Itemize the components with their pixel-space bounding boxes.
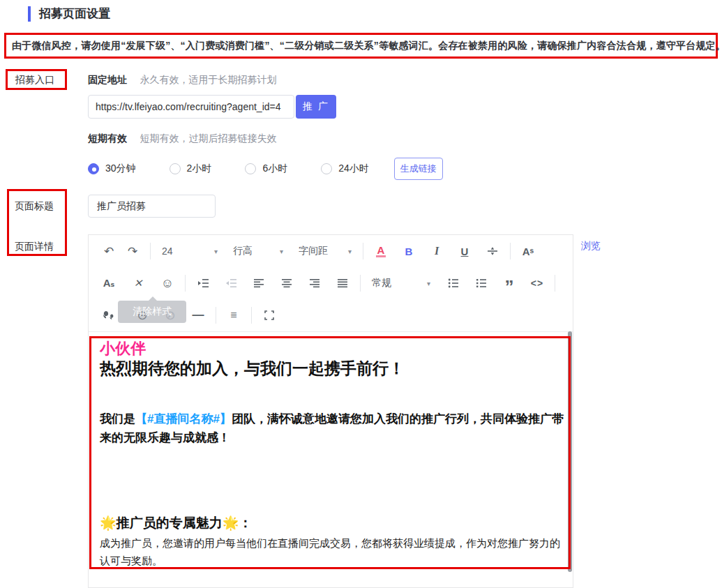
radio-6h[interactable]: 6小时 <box>245 163 287 175</box>
horizontal-rule-icon[interactable]: — <box>186 304 210 326</box>
ordered-list-icon[interactable] <box>469 272 493 294</box>
radio-dot[interactable] <box>321 163 332 174</box>
subscript-icon[interactable]: Aₛ <box>97 272 121 294</box>
align-justify-icon[interactable] <box>331 272 354 294</box>
content-paragraph-1: 我们是【#直播间名称#】团队，满怀诚意地邀请您加入我们的推广行列，共同体验推广带… <box>100 409 571 447</box>
toolbar-divider <box>251 307 252 324</box>
warning-text: 由于微信风控，请勿使用“发展下级”、“入门费或消费门槛”、“二级分销或二级关系”… <box>12 40 722 52</box>
toolbar-row-1: ↶ ↷ 24 ▾ 行高 ▾ 字间距 ▾ A B I U Aˢ <box>89 235 573 267</box>
paragraph-style-select[interactable]: 常规 ▾ <box>366 272 436 294</box>
align-left-icon[interactable] <box>247 272 271 294</box>
toolbar-divider <box>185 275 186 292</box>
radio-24h[interactable]: 24小时 <box>321 163 369 175</box>
radio-2h[interactable]: 2小时 <box>170 163 212 175</box>
fixed-address-desc: 永久有效，适用于长期招募计划 <box>140 74 276 85</box>
outdent-icon[interactable] <box>219 272 243 294</box>
radio-dot[interactable] <box>88 163 99 174</box>
editor-content[interactable]: 小伙伴 热烈期待您的加入，与我们一起携手前行！ 我们是【#直播间名称#】团队，满… <box>89 332 573 588</box>
quote-marks-icon[interactable] <box>97 304 121 326</box>
clear-format-icon[interactable]: ✕ <box>126 272 150 294</box>
bullet-list-icon[interactable] <box>442 272 465 294</box>
toolbar-divider <box>360 275 361 292</box>
short-term-label: 短期有效 <box>88 133 127 144</box>
toolbar-divider <box>555 275 555 292</box>
recruit-url-input[interactable] <box>88 95 294 119</box>
blockquote-icon[interactable]: ” <box>497 272 521 294</box>
undo-icon[interactable]: ↶ <box>97 240 121 262</box>
fullscreen-icon[interactable] <box>257 304 281 326</box>
strikethrough-icon[interactable] <box>481 240 504 262</box>
duration-radio-group: 30分钟 2小时 6小时 24小时 生成链接 <box>88 158 443 180</box>
editor-scrollbar[interactable] <box>568 331 572 572</box>
line-height-select[interactable]: 行高 ▾ <box>227 240 289 262</box>
chevron-down-icon: ▾ <box>348 248 352 255</box>
redo-icon[interactable]: ↷ <box>121 240 144 262</box>
content-headline: 热烈期待您的加入，与我们一起携手前行！ <box>100 358 556 379</box>
preview-link[interactable]: 浏览 <box>581 240 601 252</box>
bold-icon[interactable]: B <box>397 240 421 262</box>
font-size-select[interactable]: 24 ▾ <box>156 240 223 262</box>
radio-dot[interactable] <box>245 163 256 174</box>
paragraph-spacing-icon[interactable]: ≡ <box>222 304 246 326</box>
clear-style-tooltip: 清除样式 <box>118 301 186 323</box>
emoji-icon[interactable]: ☺ <box>156 272 179 294</box>
page-title-label: 页面标题 <box>15 200 54 213</box>
font-color-icon[interactable]: A <box>369 240 393 262</box>
toolbar-divider <box>216 307 216 324</box>
chevron-down-icon: ▾ <box>214 248 218 255</box>
radio-30min[interactable]: 30分钟 <box>88 163 136 175</box>
italic-icon[interactable]: I <box>425 240 449 262</box>
live-room-placeholder: 【#直播间名称#】 <box>135 412 232 425</box>
fixed-address-label: 固定地址 <box>88 74 127 85</box>
align-right-icon[interactable] <box>303 272 326 294</box>
content-subhead: 🌟推广员的专属魅力🌟： <box>100 514 556 532</box>
page-title: 招募页面设置 <box>39 6 110 22</box>
chevron-down-icon: ▾ <box>427 280 430 287</box>
letter-spacing-select[interactable]: 字间距 ▾ <box>293 240 357 262</box>
content-headline-pink: 小伙伴 <box>100 339 556 358</box>
page-title-input[interactable] <box>88 195 216 218</box>
editor-toolbar: ↶ ↷ 24 ▾ 行高 ▾ 字间距 ▾ A B I U Aˢ <box>89 235 573 332</box>
page-header: 招募页面设置 <box>28 6 110 22</box>
entry-label: 招募入口 <box>15 74 54 86</box>
promote-button[interactable]: 推 广 <box>296 95 336 119</box>
toolbar-divider <box>510 243 511 259</box>
generate-link-button[interactable]: 生成链接 <box>394 158 443 180</box>
radio-dot[interactable] <box>170 163 181 174</box>
content-paragraph-2: 成为推广员，您邀请的用户每当他们在直播间完成交易，您都将获得业绩提成，作为对您推… <box>100 534 567 569</box>
align-center-icon[interactable] <box>275 272 299 294</box>
short-term-desc: 短期有效，过期后招募链接失效 <box>140 133 276 144</box>
chevron-down-icon: ▾ <box>280 248 283 255</box>
page-detail-label: 页面详情 <box>15 241 54 253</box>
short-term-row: 短期有效 短期有效，过期后招募链接失效 <box>88 132 276 145</box>
superscript-icon[interactable]: Aˢ <box>516 240 540 262</box>
code-icon[interactable]: <> <box>525 272 549 294</box>
underline-icon[interactable]: U <box>453 240 476 262</box>
rich-text-editor: ↶ ↷ 24 ▾ 行高 ▾ 字间距 ▾ A B I U Aˢ <box>88 234 573 588</box>
warning-banner: 由于微信风控，请勿使用“发展下级”、“入门费或消费门槛”、“二级分销或二级关系”… <box>4 33 718 59</box>
fixed-address-row: 固定地址 永久有效，适用于长期招募计划 <box>88 73 276 86</box>
toolbar-divider <box>150 243 151 259</box>
title-accent-bar <box>28 6 31 22</box>
indent-icon[interactable] <box>191 272 215 294</box>
toolbar-divider <box>363 243 363 259</box>
toolbar-row-2: Aₛ ✕ ☺ 常规 ▾ <box>89 267 573 299</box>
